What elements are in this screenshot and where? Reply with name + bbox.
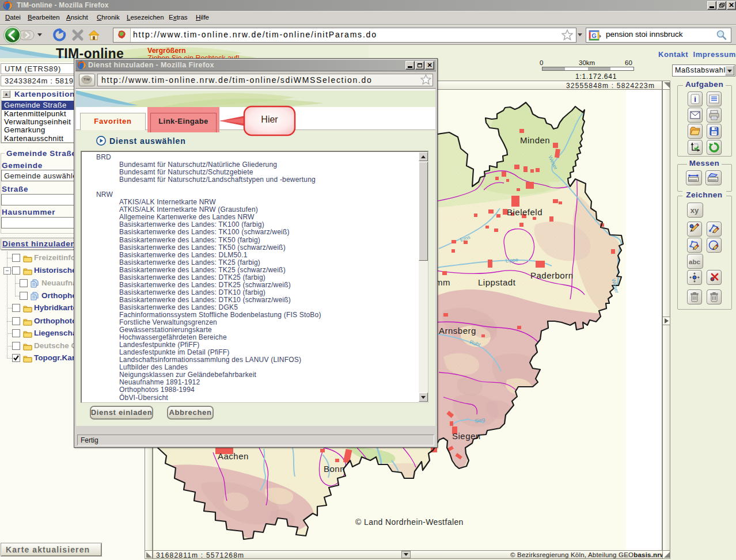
svg-text:i: i [694,95,696,104]
svg-text:Minden: Minden [520,135,550,145]
svg-text:Hier: Hier [261,115,278,124]
svg-text:Bielefeld: Bielefeld [507,207,542,217]
svg-text:Arnsberg: Arnsberg [439,326,476,336]
svg-text:xy: xy [691,206,699,215]
svg-text:Lippstadt: Lippstadt [478,277,516,287]
svg-text:Paderborn: Paderborn [530,271,574,280]
svg-text:Bonn: Bonn [324,464,345,474]
svg-text:Aachen: Aachen [218,451,249,461]
svg-text:G: G [591,32,597,39]
svg-text:abc: abc [689,258,700,265]
svg-text:Siegen: Siegen [452,431,481,441]
svg-text:© Land Nordrhein-Westfalen: © Land Nordrhein-Westfalen [355,517,464,527]
svg-text:Lippe: Lippe [505,257,518,264]
